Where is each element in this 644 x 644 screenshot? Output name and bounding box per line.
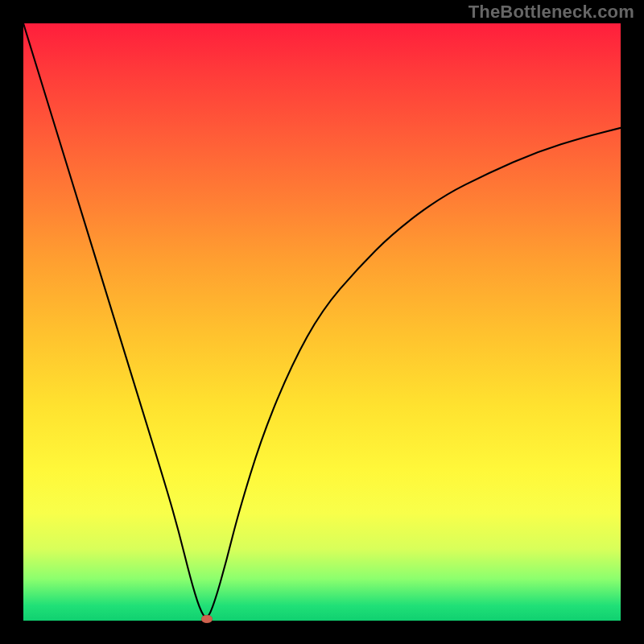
- plot-area: [23, 23, 621, 621]
- curve-svg: [23, 23, 621, 621]
- optimal-marker-icon: [201, 615, 213, 623]
- watermark-text: TheBottleneck.com: [469, 2, 634, 23]
- chart-root: TheBottleneck.com: [0, 0, 644, 644]
- bottleneck-curve-path: [23, 23, 621, 617]
